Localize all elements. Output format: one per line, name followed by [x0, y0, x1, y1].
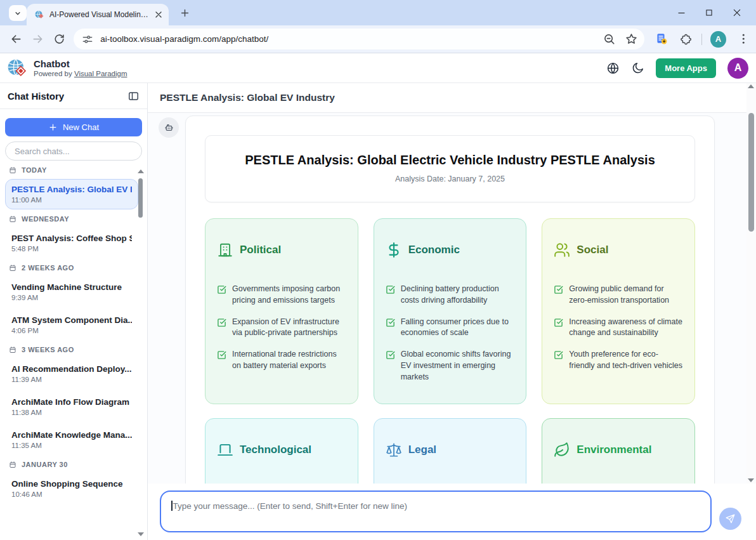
category-name: Technological [240, 444, 311, 456]
more-apps-button[interactable]: More Apps [656, 58, 716, 78]
chat-list-item[interactable]: PESTLE Analysis: Global EV In... 11:00 A… [5, 179, 138, 209]
chat-items: Online Shopping Sequence 10:46 AM [0, 473, 147, 504]
scroll-down-arrow[interactable] [748, 478, 754, 482]
close-window-button[interactable] [723, 0, 751, 25]
chat-items: AI Recommendation Deploy... 11:39 AM Arc… [0, 359, 147, 455]
reading-list-icon[interactable] [655, 32, 668, 46]
collapse-sidebar-icon[interactable] [127, 90, 140, 102]
chat-list-item[interactable]: PEST Analysis: Coffee Shop S... 5:48 PM [5, 228, 138, 258]
pestle-category-card: Economic Declining battery production co… [374, 218, 527, 404]
analysis-title-card: PESTLE Analysis: Global Electric Vehicle… [205, 135, 695, 202]
check-item-text: Declining battery production costs drivi… [401, 284, 515, 306]
chat-group: 3 WEEKS AGO AI Recommendation Deploy... … [0, 346, 147, 455]
chat-group-list: TODAY PESTLE Analysis: Global EV In... 1… [0, 166, 147, 513]
message-input[interactable]: Type your message... (Enter to send, Shi… [160, 491, 712, 532]
composer-bar: Type your message... (Enter to send, Shi… [148, 484, 756, 540]
browser-tab[interactable]: AI-Powered Visual Modeling Ch [27, 4, 169, 25]
check-item-text: Growing public demand for zero-emission … [569, 284, 683, 306]
category-name: Social [577, 244, 608, 256]
robot-icon [163, 122, 175, 134]
main-scrollbar[interactable] [746, 83, 756, 484]
check-item-text: Falling consumer prices due to economies… [401, 317, 515, 339]
checkbox-check-icon [217, 318, 226, 327]
check-item: Global economic shifts favoring EV inves… [386, 349, 515, 383]
scales-icon [386, 442, 402, 458]
leaf-icon [554, 442, 570, 458]
chat-group-label: TODAY [9, 166, 138, 174]
chat-item-time: 11:39 AM [11, 376, 132, 383]
calendar-icon [9, 166, 16, 174]
reload-button[interactable] [51, 30, 67, 48]
conversation-title: PESTLE Analysis: Global EV Industry [160, 92, 335, 103]
visual-paradigm-favicon [34, 10, 44, 20]
forward-button[interactable] [29, 30, 46, 48]
browser-profile-avatar[interactable]: A [710, 31, 726, 48]
chat-history-sidebar: Chat History New Chat TODAY PESTLE Analy… [0, 83, 148, 540]
sidebar-scrollbar[interactable] [138, 168, 144, 537]
chat-list-item[interactable]: AI Recommendation Deploy... 11:39 AM [5, 359, 138, 389]
chat-group: WEDNESDAY PEST Analysis: Coffee Shop S..… [0, 215, 147, 258]
send-button[interactable] [719, 508, 741, 530]
chat-item-title: ATM System Component Dia... [11, 315, 132, 325]
chat-list-item[interactable]: ATM System Component Dia... 4:06 PM [5, 310, 138, 340]
pestle-category-card: Political Governments imposing carbon pr… [205, 218, 358, 404]
window-controls [667, 0, 751, 25]
zoom-out-icon[interactable] [603, 32, 616, 46]
browser-menu-kebab-icon[interactable] [737, 32, 750, 46]
dark-mode-moon-icon[interactable] [631, 62, 644, 75]
browser-toolbar: ai-toolbox.visual-paradigm.com/app/chatb… [0, 25, 756, 53]
chat-list-item[interactable]: ArchiMate Knowledge Mana... 11:35 AM [5, 425, 138, 455]
checkbox-check-icon [554, 318, 563, 327]
browser-titlebar: AI-Powered Visual Modeling Ch [0, 0, 756, 25]
tab-search-button[interactable] [9, 5, 27, 21]
chat-item-title: Vending Machine Structure [11, 282, 132, 292]
scroll-down-arrow[interactable] [138, 532, 144, 536]
toolbar-divider [701, 34, 702, 45]
main-scroll-thumb[interactable] [748, 113, 754, 232]
bookmark-star-icon[interactable] [625, 32, 638, 46]
chat-list-item[interactable]: Vending Machine Structure 9:39 AM [5, 277, 138, 307]
powered-by: Powered by Visual Paradigm [34, 70, 127, 77]
calendar-icon [9, 461, 16, 468]
chat-item-time: 9:39 AM [11, 294, 132, 301]
check-item: Expansion of EV infrastructure via publi… [217, 317, 346, 339]
chat-list-item[interactable]: Online Shopping Sequence 10:46 AM [5, 473, 138, 504]
user-avatar[interactable]: A [727, 58, 748, 79]
message-placeholder: Type your message... (Enter to send, Shi… [173, 501, 408, 511]
check-item: Youth preference for eco-friendly and te… [554, 349, 683, 372]
scroll-up-arrow[interactable] [138, 169, 144, 173]
check-item: Growing public demand for zero-emission … [554, 284, 683, 306]
check-item-text: Expansion of EV infrastructure via publi… [232, 317, 346, 339]
url-text[interactable]: ai-toolbox.visual-paradigm.com/app/chatb… [100, 34, 594, 44]
chat-item-title: Online Shopping Sequence [11, 479, 132, 489]
users-icon [554, 242, 570, 258]
check-item-text: International trade restrictions on batt… [232, 349, 346, 372]
search-chats-input[interactable] [5, 142, 142, 161]
extensions-puzzle-icon[interactable] [679, 32, 693, 46]
scroll-up-arrow[interactable] [748, 84, 754, 88]
check-item-text: Youth preference for eco-friendly and te… [569, 349, 683, 372]
maximize-button[interactable] [695, 0, 723, 25]
chat-items: PESTLE Analysis: Global EV In... 11:00 A… [0, 179, 147, 209]
tab-title: AI-Powered Visual Modeling Ch [49, 10, 148, 19]
sidebar-scroll-thumb[interactable] [138, 178, 143, 218]
language-globe-icon[interactable] [606, 62, 620, 75]
minimize-button[interactable] [667, 0, 695, 25]
calendar-icon [9, 346, 16, 353]
chat-items: Vending Machine Structure 9:39 AM ATM Sy… [0, 277, 147, 340]
chat-group-label: 2 WEEKS AGO [9, 264, 138, 272]
sidebar-title: Chat History [8, 91, 127, 102]
site-info-icon[interactable] [81, 33, 94, 46]
check-item: International trade restrictions on batt… [217, 349, 346, 372]
new-chat-button[interactable]: New Chat [5, 118, 142, 136]
back-button[interactable] [8, 30, 24, 48]
tab-close-icon[interactable] [153, 10, 164, 20]
visual-paradigm-link[interactable]: Visual Paradigm [74, 70, 127, 77]
new-tab-button[interactable] [179, 8, 190, 18]
bot-avatar [159, 117, 179, 138]
chat-item-title: PEST Analysis: Coffee Shop S... [11, 234, 132, 243]
new-chat-label: New Chat [63, 122, 99, 132]
analysis-title: PESTLE Analysis: Global Electric Vehicle… [218, 153, 682, 168]
chat-list-item[interactable]: ArchiMate Info Flow Diagram 11:38 AM [5, 392, 138, 422]
url-bar[interactable]: ai-toolbox.visual-paradigm.com/app/chatb… [74, 29, 644, 49]
